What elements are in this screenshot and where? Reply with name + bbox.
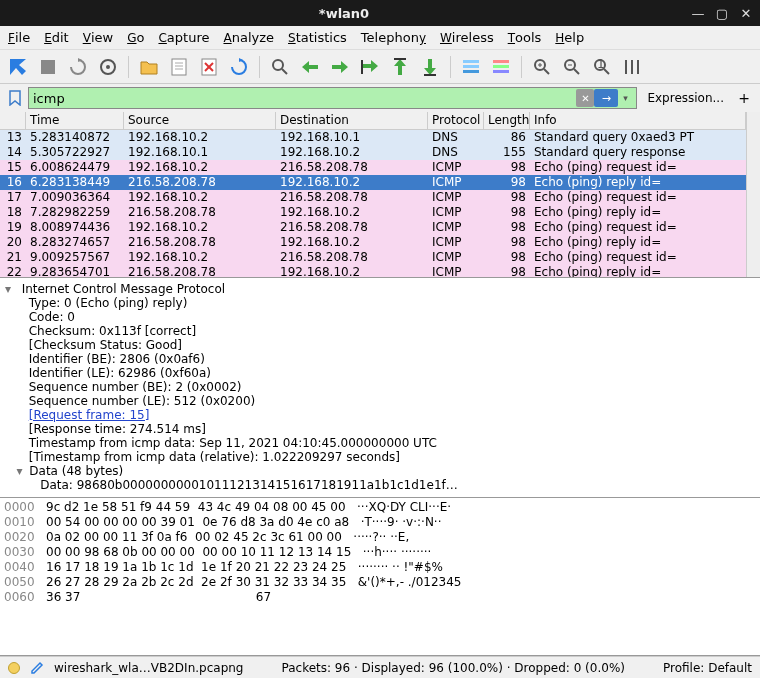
- menu-wireless[interactable]: Wireless: [440, 30, 494, 45]
- hex-row[interactable]: 0020 0a 02 00 00 11 3f 0a f6 00 02 45 2c…: [4, 530, 756, 545]
- packet-row[interactable]: 177.009036364192.168.10.2216.58.208.78IC…: [0, 190, 746, 205]
- go-forward-button[interactable]: [326, 53, 354, 81]
- detail-line: Checksum: 0x113f [correct]: [29, 324, 196, 338]
- request-frame-link[interactable]: [Request frame: 15]: [29, 408, 150, 422]
- packet-row[interactable]: 198.008974436192.168.10.2216.58.208.78IC…: [0, 220, 746, 235]
- zoom-out-button[interactable]: [558, 53, 586, 81]
- col-protocol[interactable]: Protocol: [428, 112, 484, 129]
- collapse-icon[interactable]: ▾: [13, 464, 25, 478]
- close-file-button[interactable]: [195, 53, 223, 81]
- filter-text[interactable]: [33, 91, 576, 106]
- zoom-in-button[interactable]: [528, 53, 556, 81]
- svg-point-2: [106, 65, 110, 69]
- resize-columns-button[interactable]: [618, 53, 646, 81]
- menu-capture[interactable]: Capture: [158, 30, 209, 45]
- apply-filter-button[interactable]: →: [594, 89, 618, 107]
- menu-go[interactable]: Go: [127, 30, 144, 45]
- save-file-button[interactable]: [165, 53, 193, 81]
- hex-row[interactable]: 0060 36 37 67: [4, 590, 756, 605]
- maximize-button[interactable]: ▢: [714, 5, 730, 21]
- col-source[interactable]: Source: [124, 112, 276, 129]
- svg-rect-18: [493, 60, 509, 63]
- hex-row[interactable]: 0050 26 27 28 29 2a 2b 2c 2d 2e 2f 30 31…: [4, 575, 756, 590]
- menu-view[interactable]: View: [83, 30, 113, 45]
- detail-line: Data: 98680b0000000000101112131415161718…: [40, 478, 458, 492]
- reload-button[interactable]: [225, 53, 253, 81]
- bookmark-icon[interactable]: [6, 89, 24, 107]
- hex-row[interactable]: 0030 00 00 98 68 0b 00 00 00 00 00 10 11…: [4, 545, 756, 560]
- menu-analyze[interactable]: Analyze: [223, 30, 274, 45]
- add-filter-button[interactable]: +: [734, 88, 754, 108]
- zoom-reset-button[interactable]: 1: [588, 53, 616, 81]
- hex-row[interactable]: 0010 00 54 00 00 00 00 39 01 0e 76 d8 3a…: [4, 515, 756, 530]
- edit-icon[interactable]: [30, 661, 44, 675]
- packet-row[interactable]: 229.283654701216.58.208.78192.168.10.2IC…: [0, 265, 746, 277]
- svg-point-10: [273, 60, 283, 70]
- menu-telephony[interactable]: Telephony: [361, 30, 426, 45]
- packet-vscrollbar[interactable]: [746, 112, 760, 277]
- statusbar: wireshark_wla…VB2DIn.pcapng Packets: 96 …: [0, 656, 760, 678]
- go-last-button[interactable]: [416, 53, 444, 81]
- auto-scroll-button[interactable]: [457, 53, 485, 81]
- col-time[interactable]: Time: [26, 112, 124, 129]
- packet-row[interactable]: 135.283140872192.168.10.2192.168.10.1DNS…: [0, 130, 746, 145]
- svg-line-26: [574, 69, 579, 74]
- col-no[interactable]: [0, 112, 26, 129]
- colorize-button[interactable]: [487, 53, 515, 81]
- filter-row: ✕ → ▾ Expression... +: [0, 84, 760, 112]
- svg-text:1: 1: [597, 58, 605, 71]
- clear-filter-button[interactable]: ✕: [576, 89, 594, 107]
- svg-line-22: [544, 69, 549, 74]
- svg-line-29: [604, 69, 609, 74]
- close-button[interactable]: ✕: [738, 5, 754, 21]
- col-length[interactable]: Length: [484, 112, 530, 129]
- filter-dropdown-button[interactable]: ▾: [618, 89, 632, 107]
- menu-help[interactable]: Help: [555, 30, 584, 45]
- expert-info-icon[interactable]: [8, 662, 20, 674]
- packet-details[interactable]: ▾ Internet Control Message Protocol Type…: [0, 278, 760, 498]
- col-destination[interactable]: Destination: [276, 112, 428, 129]
- go-to-packet-button[interactable]: [356, 53, 384, 81]
- go-first-button[interactable]: [386, 53, 414, 81]
- hex-row[interactable]: 0000 9c d2 1e 58 51 f9 44 59 43 4c 49 04…: [4, 500, 756, 515]
- status-profile[interactable]: Profile: Default: [663, 661, 752, 675]
- svg-rect-0: [41, 60, 55, 74]
- stop-capture-button[interactable]: [34, 53, 62, 81]
- hex-pane[interactable]: 0000 9c d2 1e 58 51 f9 44 59 43 4c 49 04…: [0, 498, 760, 656]
- status-file: wireshark_wla…VB2DIn.pcapng: [54, 661, 243, 675]
- restart-capture-button[interactable]: [64, 53, 92, 81]
- menu-edit[interactable]: Edit: [44, 30, 69, 45]
- collapse-icon[interactable]: ▾: [2, 282, 14, 296]
- svg-rect-20: [493, 70, 509, 73]
- titlebar: *wlan0 — ▢ ✕: [0, 0, 760, 26]
- menu-statistics[interactable]: Statistics: [288, 30, 347, 45]
- detail-line: [Checksum Status: Good]: [29, 338, 182, 352]
- menu-file[interactable]: File: [8, 30, 30, 45]
- packet-row[interactable]: 219.009257567192.168.10.2216.58.208.78IC…: [0, 250, 746, 265]
- hex-row[interactable]: 0040 16 17 18 19 1a 1b 1c 1d 1e 1f 20 21…: [4, 560, 756, 575]
- toolbar: 1: [0, 50, 760, 84]
- display-filter-input[interactable]: ✕ → ▾: [28, 87, 637, 109]
- packet-row[interactable]: 166.283138449216.58.208.78192.168.10.2IC…: [0, 175, 746, 190]
- capture-options-button[interactable]: [94, 53, 122, 81]
- col-info[interactable]: Info: [530, 112, 746, 129]
- packet-row[interactable]: 208.283274657216.58.208.78192.168.10.2IC…: [0, 235, 746, 250]
- status-packets: Packets: 96 · Displayed: 96 (100.0%) · D…: [253, 661, 653, 675]
- packet-row[interactable]: 145.305722927192.168.10.1192.168.10.2DNS…: [0, 145, 746, 160]
- packet-list[interactable]: Time Source Destination Protocol Length …: [0, 112, 760, 278]
- detail-line: Sequence number (LE): 512 (0x0200): [29, 394, 256, 408]
- packet-row[interactable]: 187.282982259216.58.208.78192.168.10.2IC…: [0, 205, 746, 220]
- open-file-button[interactable]: [135, 53, 163, 81]
- detail-line: Data (48 bytes): [29, 464, 123, 478]
- window-title: *wlan0: [6, 6, 682, 21]
- packet-row[interactable]: 156.008624479192.168.10.2216.58.208.78IC…: [0, 160, 746, 175]
- menu-tools[interactable]: Tools: [508, 30, 542, 45]
- svg-line-11: [282, 69, 287, 74]
- find-packet-button[interactable]: [266, 53, 294, 81]
- expression-button[interactable]: Expression...: [641, 89, 730, 107]
- minimize-button[interactable]: —: [690, 5, 706, 21]
- detail-line: Identifier (BE): 2806 (0x0af6): [29, 352, 205, 366]
- svg-rect-17: [463, 70, 479, 73]
- go-back-button[interactable]: [296, 53, 324, 81]
- start-capture-button[interactable]: [4, 53, 32, 81]
